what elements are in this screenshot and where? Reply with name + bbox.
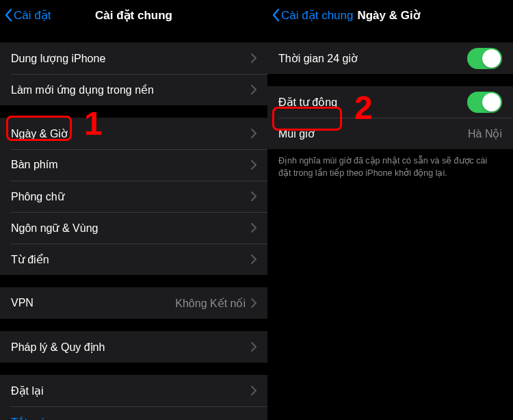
chevron-right-icon	[251, 223, 256, 233]
back-label: Cài đặt chung	[281, 8, 353, 23]
row-vpn[interactable]: VPN Không Kết nối	[0, 287, 267, 319]
chevron-right-icon	[251, 160, 256, 170]
row-label: Múi giờ	[278, 127, 468, 140]
chevron-left-icon	[4, 8, 12, 22]
row-value: Không Kết nối	[175, 297, 246, 310]
chevron-right-icon	[251, 192, 256, 201]
section-storage: Dung lượng iPhone Làm mới ứng dụng trong…	[0, 42, 267, 105]
row-value: Hà Nội	[468, 127, 502, 140]
row-language-region[interactable]: Ngôn ngữ & Vùng	[0, 212, 267, 244]
row-iphone-storage[interactable]: Dung lượng iPhone	[0, 42, 267, 74]
chevron-right-icon	[251, 342, 256, 352]
row-fonts[interactable]: Phông chữ	[0, 181, 267, 212]
row-legal[interactable]: Pháp lý & Quy định	[0, 331, 267, 363]
row-label: Từ điển	[11, 253, 251, 266]
row-label: Bàn phím	[11, 159, 251, 171]
row-label: Tắt máy	[11, 416, 256, 421]
section-24h: Thời gian 24 giờ	[267, 42, 513, 74]
row-label: Ngày & Giờ	[11, 127, 251, 140]
nav-bar: Cài đặt Cài đặt chung	[0, 0, 267, 30]
row-label: Dung lượng iPhone	[11, 52, 251, 65]
row-shutdown[interactable]: Tắt máy	[0, 406, 267, 420]
back-button[interactable]: Cài đặt	[0, 8, 51, 23]
toggle-24-hour[interactable]	[467, 48, 502, 69]
page-title: Ngày & Giờ	[357, 8, 419, 23]
toggle-knob	[482, 49, 501, 68]
row-label: Thời gian 24 giờ	[278, 52, 467, 65]
row-background-app-refresh[interactable]: Làm mới ứng dụng trong nền	[0, 74, 267, 105]
section-vpn: VPN Không Kết nối	[0, 287, 267, 319]
section-input: Ngày & Giờ Bàn phím Phông chữ Ngôn ngữ &…	[0, 118, 267, 275]
date-time-screen: Cài đặt chung Ngày & Giờ Thời gian 24 gi…	[267, 0, 513, 420]
row-keyboard[interactable]: Bàn phím	[0, 149, 267, 181]
row-label: Ngôn ngữ & Vùng	[11, 222, 251, 235]
section-auto: Đặt tự động Múi giờ Hà Nội	[267, 86, 513, 149]
nav-bar: Cài đặt chung Ngày & Giờ	[267, 0, 513, 30]
section-legal: Pháp lý & Quy định	[0, 331, 267, 363]
row-reset[interactable]: Đặt lại	[0, 375, 267, 406]
row-dictionary[interactable]: Từ điển	[0, 244, 267, 275]
row-set-automatically: Đặt tự động	[267, 86, 513, 118]
toggle-set-automatically[interactable]	[467, 92, 502, 113]
chevron-right-icon	[251, 53, 256, 63]
row-label: Đặt lại	[11, 384, 251, 397]
general-settings-screen: Cài đặt Cài đặt chung Dung lượng iPhone …	[0, 0, 267, 420]
row-label: Pháp lý & Quy định	[11, 341, 251, 354]
footer-note: Định nghĩa múi giờ đã cập nhật có sẵn và…	[267, 149, 513, 179]
chevron-right-icon	[251, 298, 256, 308]
row-time-zone[interactable]: Múi giờ Hà Nội	[267, 118, 513, 149]
row-label: Phông chữ	[11, 190, 251, 203]
chevron-right-icon	[251, 129, 256, 138]
row-label: Đặt tự động	[278, 96, 467, 109]
row-date-time[interactable]: Ngày & Giờ	[0, 118, 267, 149]
chevron-right-icon	[251, 85, 256, 94]
row-24-hour-time: Thời gian 24 giờ	[267, 42, 513, 74]
toggle-knob	[482, 93, 501, 111]
row-label: Làm mới ứng dụng trong nền	[11, 83, 251, 96]
back-label: Cài đặt	[14, 8, 51, 23]
chevron-left-icon	[272, 8, 280, 22]
chevron-right-icon	[251, 254, 256, 264]
chevron-right-icon	[251, 386, 256, 395]
back-button[interactable]: Cài đặt chung	[267, 8, 353, 23]
section-reset: Đặt lại Tắt máy	[0, 375, 267, 420]
row-label: VPN	[11, 297, 175, 309]
